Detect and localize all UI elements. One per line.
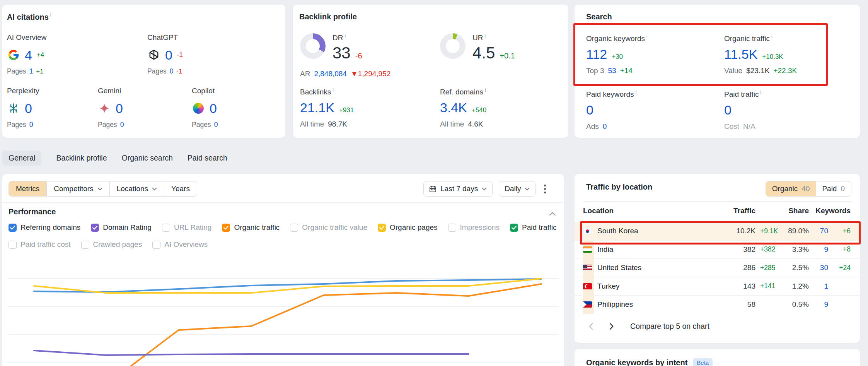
dr-change: -6: [355, 51, 362, 60]
ads-link[interactable]: 0: [603, 122, 607, 131]
cell-kw[interactable]: 1: [809, 282, 828, 291]
metric-checkbox-paid-traffic-cost[interactable]: Paid traffic cost: [9, 240, 71, 249]
pages-count-link[interactable]: 0: [29, 121, 33, 129]
tab-backlink-profile[interactable]: Backlink profile: [56, 154, 107, 162]
granularity-button[interactable]: Daily: [499, 181, 535, 197]
metric-checkbox-url-rating[interactable]: URL Rating: [162, 223, 212, 232]
paid-traffic-value-link[interactable]: 0: [724, 103, 732, 118]
metric-label: Paid traffic cost: [20, 240, 71, 249]
pages-count-link[interactable]: 0: [170, 67, 174, 75]
cell-kwchg: +24: [828, 264, 851, 272]
segment-metrics[interactable]: Metrics: [9, 181, 47, 196]
organic-traffic-value-link[interactable]: 11.5K: [724, 47, 757, 62]
paid-keywords-block: Paid keywordsi 0 Ads0: [586, 90, 636, 131]
segment-competitors[interactable]: Competitors: [47, 181, 109, 196]
metric-checkbox-organic-pages[interactable]: Organic pages: [378, 223, 438, 232]
cell-tchg: +285: [755, 264, 783, 272]
beta-badge: Beta: [693, 358, 713, 366]
checkbox-checked-icon[interactable]: [510, 224, 518, 232]
metric-checkbox-ai-overviews[interactable]: AI Overviews: [152, 240, 208, 249]
organic-keywords-block: Organic keywordsi 112+30 Top 353+14: [586, 34, 648, 75]
chevron-down-icon: [482, 187, 487, 191]
tab-general[interactable]: General: [2, 151, 41, 166]
pages-count-link[interactable]: 0: [214, 121, 218, 129]
metric-checkbox-impressions[interactable]: Impressions: [448, 223, 500, 232]
organic-traffic-block: Organic traffici 11.5K+10.3K Value$23.1K…: [724, 34, 797, 75]
cell-share: 2.5%: [783, 263, 809, 272]
performance-chart[interactable]: [6, 258, 561, 366]
paid-keywords-value-link[interactable]: 0: [586, 103, 593, 118]
citations-count-link[interactable]: 4: [25, 48, 32, 63]
metric-checkbox-domain-rating[interactable]: Domain Rating: [91, 223, 152, 232]
checkbox-unchecked-icon[interactable]: [81, 241, 89, 249]
tab-organic-search[interactable]: Organic search: [122, 154, 173, 162]
pages-count-link[interactable]: 0: [120, 121, 124, 129]
ai-citations-title: AI citationsi: [7, 12, 51, 22]
segment-locations[interactable]: Locations: [110, 181, 164, 196]
compare-top5-link[interactable]: Compare top 5 on chart: [630, 322, 709, 331]
cell-kw[interactable]: 70: [809, 227, 828, 235]
checkbox-checked-icon[interactable]: [222, 224, 230, 232]
pages-count-link[interactable]: 1: [29, 67, 33, 75]
collapse-chevron-up-icon[interactable]: [549, 210, 556, 217]
paid-traffic-label: Paid traffici: [724, 90, 761, 99]
ahrefs-rank-link[interactable]: 2,848,084: [314, 70, 347, 78]
toggle-organic[interactable]: Organic40: [766, 181, 816, 196]
date-range-button[interactable]: Last 7 days: [423, 181, 493, 197]
dr-label: DRi: [333, 33, 362, 42]
provider-ai-overview: AI Overview 4 +4 Pages 1 +1: [7, 33, 46, 75]
citations-count-link[interactable]: 0: [25, 101, 32, 116]
kr-flag-icon: [583, 228, 592, 234]
backlinks-block: Backlinksi 21.1K+931 All time98.7K: [300, 87, 354, 128]
metric-checkbox-organic-traffic-value[interactable]: Organic traffic value: [290, 223, 367, 232]
chevron-down-icon: [97, 187, 102, 191]
search-title: Search: [586, 12, 612, 21]
cell-kw[interactable]: 9: [809, 245, 828, 254]
ref-domains-value-link[interactable]: 3.4K: [440, 100, 467, 115]
checkbox-checked-icon[interactable]: [91, 224, 99, 232]
organic-keywords-value-link[interactable]: 112: [586, 47, 607, 62]
citations-count-link[interactable]: 0: [210, 101, 217, 116]
domain-rating-block: DRi 33-6: [300, 33, 362, 62]
segment-years[interactable]: Years: [164, 181, 197, 196]
citations-count-link[interactable]: 0: [116, 101, 123, 116]
ahrefs-rank-change: ▼1,294,952: [351, 70, 391, 78]
provider-perplexity: Perplexity 0 Pages 0: [7, 87, 39, 129]
location-name: India: [597, 245, 613, 254]
metric-checkbox-crawled-pages[interactable]: Crawled pages: [81, 240, 142, 249]
metric-checkbox-organic-traffic[interactable]: Organic traffic: [222, 223, 280, 232]
performance-title: Performance: [9, 207, 56, 216]
metric-checkbox-referring-domains[interactable]: Referring domains: [9, 223, 80, 232]
checkbox-unchecked-icon[interactable]: [152, 241, 160, 249]
checkbox-unchecked-icon[interactable]: [290, 224, 298, 232]
checkbox-unchecked-icon[interactable]: [9, 241, 17, 249]
backlinks-value-link[interactable]: 21.1K: [300, 100, 334, 115]
checkbox-checked-icon[interactable]: [9, 224, 17, 232]
location-row-south-korea[interactable]: South Korea10.2K+9.1K89.0%70+6: [575, 222, 860, 241]
cell-share: 0.5%: [783, 300, 809, 309]
metric-checkbox-paid-traffic[interactable]: Paid traffic: [510, 223, 556, 232]
toggle-paid[interactable]: Paid0: [816, 181, 851, 196]
traffic-by-location-title: Traffic by location: [586, 183, 652, 192]
location-row-united-states[interactable]: United States286+2852.5%30+24: [575, 259, 860, 277]
prev-page-chevron-icon[interactable]: [588, 323, 593, 330]
checkbox-unchecked-icon[interactable]: [448, 224, 456, 232]
provider-copilot: Copilot 0 Pages 0: [192, 87, 222, 129]
checkbox-checked-icon[interactable]: [378, 224, 386, 232]
cell-kw[interactable]: 9: [809, 300, 828, 309]
next-page-chevron-icon[interactable]: [609, 323, 614, 330]
cell-tnum: 286: [715, 263, 755, 272]
ur-donut: [440, 33, 466, 59]
top3-link[interactable]: 53: [608, 67, 616, 75]
checkbox-unchecked-icon[interactable]: [162, 224, 170, 232]
citations-count-link[interactable]: 0: [165, 48, 172, 63]
cell-kw[interactable]: 30: [809, 263, 828, 272]
location-row-turkey[interactable]: Turkey143+1411.2%1: [575, 277, 860, 296]
cell-tnum: 143: [715, 282, 755, 291]
location-row-india[interactable]: India382+3823.3%9+8: [575, 241, 860, 259]
location-row-philippines[interactable]: Philippines580.5%9: [575, 296, 860, 314]
more-options-kebab-icon[interactable]: [542, 182, 548, 196]
backlink-profile-card: Backlink profile DRi 33-6 AR 2,848,084 ▼…: [293, 5, 568, 138]
provider-name: ChatGPT: [147, 33, 183, 42]
tab-paid-search[interactable]: Paid search: [188, 154, 227, 162]
